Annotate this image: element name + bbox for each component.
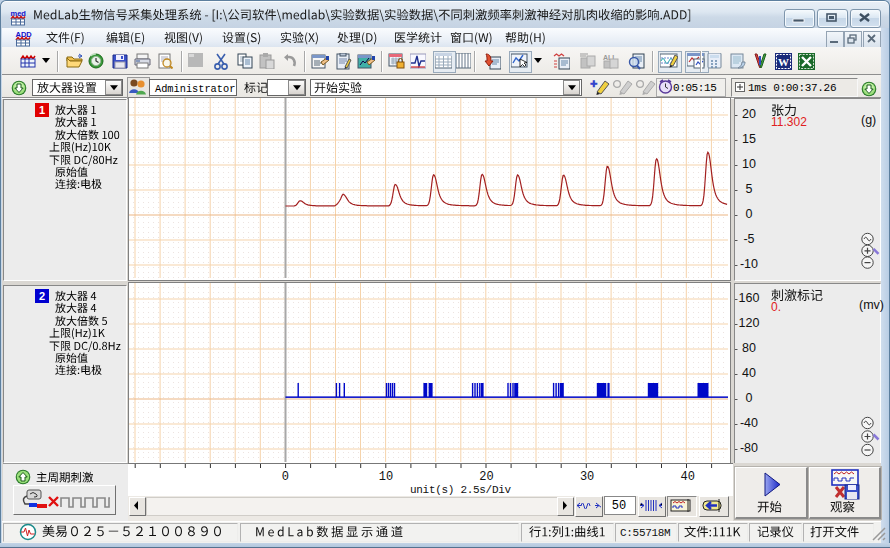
svg-text:✚: ✚ xyxy=(590,79,598,89)
svg-text:W: W xyxy=(778,56,789,68)
